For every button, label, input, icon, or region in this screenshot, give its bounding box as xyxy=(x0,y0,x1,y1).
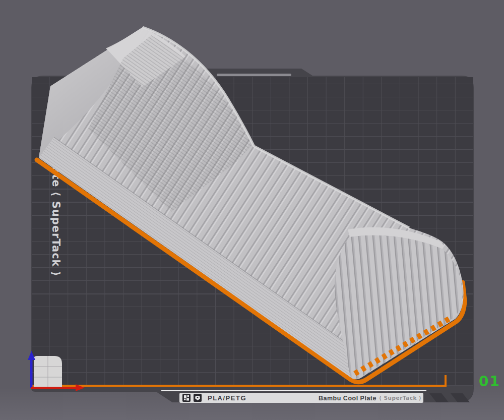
filament-icon[interactable] xyxy=(194,394,202,402)
plate-front-edge-line xyxy=(32,385,447,387)
plate-type-label: Bambu Cool Plate xyxy=(319,395,376,402)
plate-side-label: ate ⟨ SuperTack ⟩ xyxy=(50,166,62,277)
plate-number-badge: 01 xyxy=(479,373,500,390)
label-bar-separator xyxy=(161,390,426,391)
plate-origin-marker xyxy=(34,356,62,387)
plate-handle-slot-icon xyxy=(217,74,291,76)
plate-corner-mark-icon xyxy=(445,375,447,387)
filament-label: PLA/PETG xyxy=(208,394,246,402)
scene: ate ⟨ SuperTack ⟩ xyxy=(0,0,504,420)
3d-viewport[interactable]: ate ⟨ SuperTack ⟩ xyxy=(0,0,504,420)
plate-settings-icon[interactable] xyxy=(182,394,191,402)
plate-type-variant-label: ⟨ SuperTack ⟩ xyxy=(379,395,421,401)
plate-label-bar[interactable]: PLA/PETG Bambu Cool Plate ⟨ SuperTack ⟩ xyxy=(179,393,423,403)
